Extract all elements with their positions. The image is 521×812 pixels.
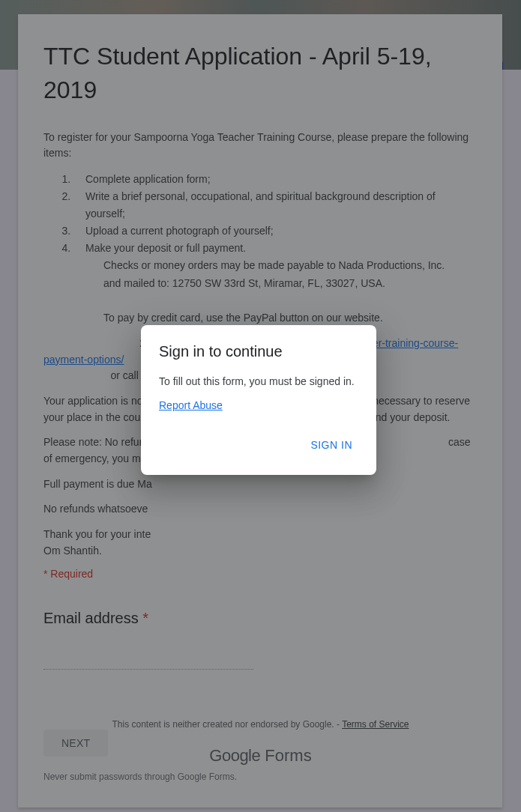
signin-button[interactable]: SIGN IN [304,433,358,457]
report-abuse-link[interactable]: Report Abuse [159,399,223,411]
dialog-actions: SIGN IN [159,433,358,457]
dialog-body: To fill out this form, you must be signe… [159,374,358,390]
signin-dialog: Sign in to continue To fill out this for… [141,325,376,475]
dialog-title: Sign in to continue [159,343,358,360]
